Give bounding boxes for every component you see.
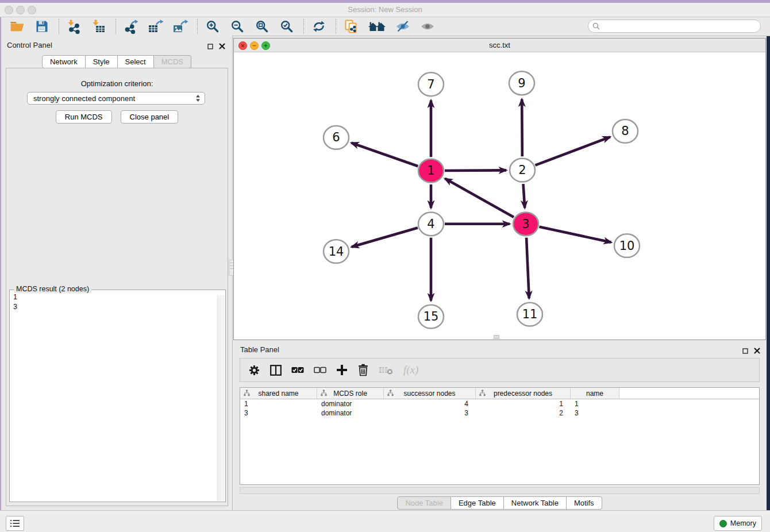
svg-text:8: 8 xyxy=(621,124,629,138)
reset-layout-home-icon[interactable] xyxy=(367,18,387,35)
select-all-checkboxes-icon[interactable] xyxy=(291,367,304,373)
table-row[interactable]: 1dominator411 xyxy=(240,399,759,408)
close-table-panel-icon[interactable] xyxy=(754,346,760,356)
export-image-icon[interactable] xyxy=(171,18,190,35)
settings-gear-icon[interactable] xyxy=(248,364,260,376)
refresh-view-icon[interactable] xyxy=(310,18,328,35)
cell-predecessor-nodes[interactable]: 1 xyxy=(476,400,571,408)
tab-style[interactable]: Style xyxy=(86,55,118,68)
edge-1-2[interactable] xyxy=(445,170,506,171)
tab-select[interactable]: Select xyxy=(118,55,154,68)
search-field[interactable] xyxy=(588,20,761,33)
table-panel-title: Table Panel xyxy=(240,345,279,354)
cell-successor-nodes[interactable]: 4 xyxy=(384,400,476,408)
run-mcds-button[interactable]: Run MCDS xyxy=(56,110,112,124)
svg-text:6: 6 xyxy=(332,130,340,144)
close-panel-icon[interactable] xyxy=(219,41,225,52)
tab-network[interactable]: Network xyxy=(42,55,86,68)
cell-name[interactable]: 3 xyxy=(571,409,619,417)
zoom-fit-icon[interactable] xyxy=(253,18,271,35)
table-row[interactable]: 3dominator323 xyxy=(240,408,759,418)
node-7[interactable]: 7 xyxy=(418,72,444,96)
edge-1-6[interactable] xyxy=(351,143,418,167)
edge-4-14[interactable] xyxy=(352,228,418,246)
cell-name[interactable]: 1 xyxy=(571,400,619,408)
cell-mcds-role[interactable]: dominator xyxy=(317,409,384,417)
table-scrollbar[interactable] xyxy=(240,487,760,494)
zoom-out-icon[interactable] xyxy=(228,18,247,35)
cell-mcds-role[interactable]: dominator xyxy=(317,400,384,408)
mcds-result-box[interactable] xyxy=(9,290,226,502)
import-network-icon[interactable] xyxy=(65,18,83,35)
float-table-panel-icon[interactable] xyxy=(742,346,748,356)
add-row-icon[interactable] xyxy=(336,364,348,376)
mcds-result-group: MCDS result (2 nodes) 13 xyxy=(9,285,226,502)
export-table-icon[interactable] xyxy=(147,18,165,35)
node-9[interactable]: 9 xyxy=(509,71,534,95)
node-11[interactable]: 11 xyxy=(517,303,542,326)
task-history-button[interactable] xyxy=(6,516,24,531)
cell-shared-name[interactable]: 3 xyxy=(240,409,317,417)
tab-network-table[interactable]: Network Table xyxy=(504,496,567,510)
column-header-shared-name[interactable]: shared name xyxy=(240,388,317,399)
tab-motifs[interactable]: Motifs xyxy=(567,496,602,510)
edge-2-8[interactable] xyxy=(535,137,610,165)
edge-3-11[interactable] xyxy=(526,238,529,299)
edge-2-9[interactable] xyxy=(522,99,522,157)
delete-row-icon[interactable] xyxy=(357,364,369,376)
show-graphics-details-icon[interactable] xyxy=(418,18,437,35)
network-window-titlebar[interactable]: scc.txt xyxy=(234,38,765,52)
zoom-in-icon[interactable] xyxy=(203,18,222,35)
edge-2-3[interactable] xyxy=(523,184,525,208)
svg-text:2: 2 xyxy=(518,163,526,177)
memory-label: Memory xyxy=(730,519,756,527)
close-panel-button[interactable]: Close panel xyxy=(121,110,179,124)
column-header-predecessor-nodes[interactable]: predecessor nodes xyxy=(476,388,571,399)
cell-successor-nodes[interactable]: 3 xyxy=(384,409,476,417)
column-header-successor-nodes[interactable]: successor nodes xyxy=(384,388,476,399)
edge-3-10[interactable] xyxy=(539,227,611,242)
node-2[interactable]: 2 xyxy=(510,159,535,182)
node-14[interactable]: 14 xyxy=(324,240,349,263)
edge-3-1[interactable] xyxy=(445,179,514,217)
tab-node-table[interactable]: Node Table xyxy=(397,496,451,510)
canvas-resize-handle[interactable] xyxy=(494,335,499,339)
float-panel-icon[interactable] xyxy=(207,41,213,52)
table-header-row: shared nameMCDS rolesuccessor nodesprede… xyxy=(240,388,759,399)
node-1[interactable]: 1 xyxy=(418,159,444,183)
svg-text:14: 14 xyxy=(329,245,344,259)
svg-text:15: 15 xyxy=(424,310,439,323)
node-10[interactable]: 10 xyxy=(614,234,640,257)
network-canvas[interactable]: 7968124314101511 xyxy=(234,52,765,340)
column-header-name[interactable]: name xyxy=(571,388,619,399)
cell-shared-name[interactable]: 1 xyxy=(240,400,317,408)
search-input[interactable] xyxy=(603,22,760,31)
export-network-icon[interactable] xyxy=(122,18,140,35)
network-graph[interactable]: 7968124314101511 xyxy=(234,52,765,340)
node-15[interactable]: 15 xyxy=(418,305,444,329)
memory-button[interactable]: Memory xyxy=(714,516,762,531)
node-8[interactable]: 8 xyxy=(613,119,638,143)
control-panel-tabs: NetworkStyleSelectMCDS xyxy=(1,55,232,68)
split-view-icon[interactable] xyxy=(270,365,282,376)
zoom-selected-icon[interactable] xyxy=(278,18,296,35)
node-6[interactable]: 6 xyxy=(324,126,349,149)
open-session-icon[interactable] xyxy=(8,18,26,35)
import-table-icon[interactable] xyxy=(90,18,108,35)
tab-mcds[interactable]: MCDS xyxy=(154,55,191,68)
save-session-icon[interactable] xyxy=(33,18,51,35)
hide-graphics-details-icon[interactable] xyxy=(394,18,412,35)
column-header-mcds-role[interactable]: MCDS role xyxy=(317,388,384,399)
cell-predecessor-nodes[interactable]: 2 xyxy=(476,409,571,417)
node-4[interactable]: 4 xyxy=(418,212,444,236)
deselect-all-checkboxes-icon[interactable] xyxy=(314,367,326,373)
node-3[interactable]: 3 xyxy=(513,212,538,236)
clone-network-icon[interactable] xyxy=(342,18,360,35)
result-scrollbar[interactable] xyxy=(217,295,225,501)
tab-edge-table[interactable]: Edge Table xyxy=(451,496,504,510)
svg-text:11: 11 xyxy=(522,307,538,321)
toolbar-separator xyxy=(336,19,337,34)
main-toolbar xyxy=(1,17,770,36)
node-table: shared nameMCDS rolesuccessor nodesprede… xyxy=(240,387,760,485)
criterion-select[interactable]: strongly connected component xyxy=(27,92,205,105)
